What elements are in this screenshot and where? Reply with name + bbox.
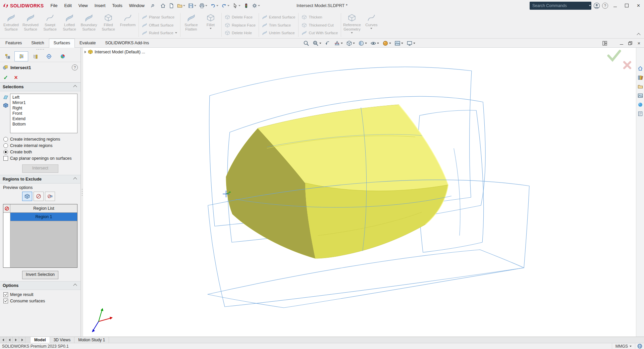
menu-view[interactable]: View [75,0,91,11]
delete-hole-button[interactable]: Delete Hole [225,29,256,37]
selection-item[interactable]: Extend [10,116,77,121]
panel-splitter[interactable] [81,48,83,337]
confirm-ok-mark[interactable] [606,49,621,62]
prev-sheet-button[interactable] [6,337,13,343]
help-icon[interactable]: ? [602,3,608,9]
sheet-tab-3d-views[interactable]: 3D Views [50,337,74,343]
user-account-icon[interactable] [593,2,600,9]
confirm-cancel-mark[interactable] [623,60,632,70]
sheet-tab-splitter[interactable] [25,337,31,343]
tab-sketch[interactable]: Sketch [26,39,49,48]
file-explorer-icon[interactable] [638,84,643,89]
design-library-icon[interactable] [638,75,643,80]
trim-surface-button[interactable]: Trim Surface [262,21,296,29]
options-button[interactable] [251,1,261,10]
regions-to-exclude-section-header[interactable]: Regions to Exclude [0,175,80,184]
search-input[interactable] [532,3,585,8]
tab-solidworks-add-ins[interactable]: SOLIDWORKS Add-Ins [101,39,154,48]
invert-selection-button[interactable]: Invert Selection [22,271,58,279]
menu-tools[interactable]: Tools [109,0,125,11]
tab-features[interactable]: Features [1,39,26,48]
show-excluded-regions-button[interactable] [34,192,44,201]
next-sheet-button[interactable] [13,337,19,343]
selection-listbox[interactable]: Left Mirror1 Right Front Extend Bottom [10,94,77,133]
radio-create-internal-regions[interactable]: Create internal regions [3,142,77,149]
window-minimize-button[interactable] [610,0,620,11]
planar-surface-button[interactable]: Planar Surface [142,13,177,21]
undo-button[interactable] [209,1,219,10]
collapse-regions-icon[interactable] [73,177,77,181]
selection-item[interactable]: Left [10,95,77,100]
thicken-button[interactable]: Thicken [302,13,338,21]
apply-scene-icon[interactable] [394,40,404,47]
collapse-selections-icon[interactable] [73,85,77,89]
open-document-button[interactable] [176,1,186,10]
menu-window[interactable]: Window [126,0,148,11]
reference-geometry-button[interactable]: Reference Geometry [342,12,362,38]
selection-item[interactable]: Right [10,105,77,111]
command-search[interactable] [530,2,591,10]
propertymanager-tab[interactable] [14,51,28,61]
extruded-surface-button[interactable]: Extruded Surface [1,12,21,38]
selections-section-header[interactable]: Selections [0,83,80,91]
custom-properties-icon[interactable] [638,111,643,116]
tree-expand-icon[interactable] [85,51,86,53]
tile-windows-icon[interactable] [601,40,608,47]
boundary-surface-button[interactable]: Boundary Surface [79,12,99,38]
displaymanager-tab[interactable] [56,51,69,61]
cap-planar-openings-checkbox[interactable]: Cap planar openings on surfaces [0,155,80,161]
last-sheet-button[interactable] [19,337,25,343]
doc-restore-button[interactable] [627,40,634,47]
menu-insert[interactable]: Insert [91,0,109,11]
radio-create-both[interactable]: Create both [3,149,77,155]
selection-item[interactable]: Mirror1 [10,100,77,105]
replace-face-button[interactable]: Replace Face [225,21,256,29]
ruled-surface-button[interactable]: Ruled Surface [142,29,177,37]
pm-ok-button[interactable]: ✓ [3,74,8,81]
tab-surfaces[interactable]: Surfaces [49,39,75,48]
sheet-tab-model[interactable]: Model [31,337,50,343]
wireframe-intersection-curve-right[interactable] [454,148,460,236]
view-palette-icon[interactable] [638,93,643,98]
window-close-button[interactable]: × [634,0,643,11]
window-maximize-button[interactable] [622,0,632,11]
lofted-surface-button[interactable]: Lofted Surface [60,12,79,38]
radio-create-intersecting-regions[interactable]: Create intersecting regions [3,136,77,142]
graphics-viewport[interactable]: Intersect Model (Default) ... [83,48,636,337]
merge-result-checkbox[interactable]: Merge result [0,291,80,298]
new-document-button[interactable] [168,1,175,10]
appearances-scenes-icon[interactable] [638,102,643,107]
pm-cancel-button[interactable]: × [14,74,18,81]
dimxpertmanager-tab[interactable] [42,51,56,61]
units-selector[interactable]: MMGS [612,343,635,349]
show-both-regions-button[interactable] [45,192,55,201]
menu-edit[interactable]: Edit [61,0,75,11]
curves-button[interactable]: Curves [362,12,381,38]
selection-item[interactable]: Bottom [10,121,77,127]
section-view-icon[interactable] [333,40,343,47]
pin-menu-icon[interactable] [151,4,155,8]
show-included-regions-button[interactable] [22,192,32,201]
swept-surface-button[interactable]: Swept Surface [40,12,60,38]
solidworks-online-globe-icon[interactable] [635,343,644,349]
zoom-to-area-icon[interactable] [312,40,322,47]
solidworks-resources-icon[interactable] [638,66,643,71]
extend-surface-button[interactable]: Extend Surface [262,13,296,21]
selection-item[interactable]: Front [10,111,77,116]
menu-file[interactable]: File [47,0,61,11]
surface-flatten-button[interactable]: Surface Flatten [181,12,201,38]
breadcrumb[interactable]: Intersect Model (Default) ... [85,49,145,54]
exclude-checkbox-column[interactable] [3,213,10,267]
zoom-to-fit-icon[interactable] [303,40,310,47]
region-row-selected[interactable]: Region 1 [10,213,77,221]
wireframe-surface-bottom[interactable] [208,250,524,308]
sheet-tab-motion-study-1[interactable]: Motion Study 1 [74,337,109,343]
display-style-icon[interactable] [358,40,368,47]
panel-grip[interactable] [0,48,80,51]
offset-surface-button[interactable]: Offset Surface [142,21,177,29]
doc-close-button[interactable]: × [635,40,643,47]
region-list-header[interactable]: Region List [10,204,77,212]
options-section-header[interactable]: Options [0,281,80,290]
cut-with-surface-button[interactable]: Cut With Surface [302,29,338,37]
model-front-face[interactable] [305,183,448,258]
